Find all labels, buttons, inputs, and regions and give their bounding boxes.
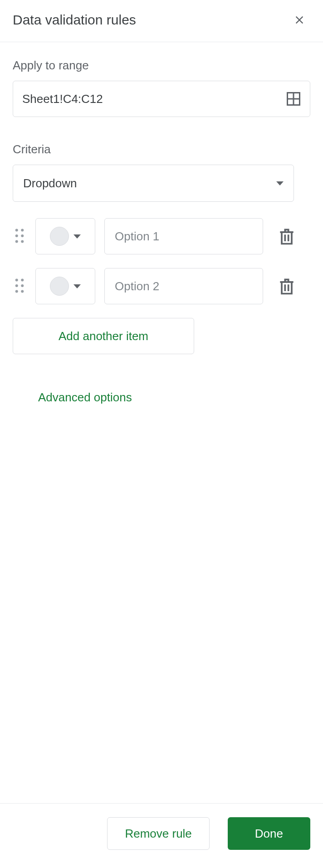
svg-point-11: [15, 284, 18, 287]
done-button[interactable]: Done: [228, 817, 310, 850]
dropdown-option-row: [13, 218, 310, 254]
panel-title: Data validation rules: [13, 12, 136, 28]
add-item-label: Add another item: [59, 329, 148, 343]
option-value-input[interactable]: [114, 279, 254, 294]
apply-range-input[interactable]: [21, 92, 285, 107]
option-value-field[interactable]: [104, 268, 263, 304]
close-icon: [293, 14, 306, 26]
done-label: Done: [255, 827, 283, 841]
svg-point-3: [15, 229, 18, 232]
panel-footer: Remove rule Done: [0, 803, 323, 868]
chevron-down-icon: [276, 181, 284, 185]
svg-point-8: [21, 240, 24, 243]
apply-range-label: Apply to range: [13, 59, 310, 73]
option-value-field[interactable]: [104, 218, 263, 254]
svg-point-12: [21, 284, 24, 287]
drag-handle-icon[interactable]: [13, 227, 26, 246]
panel-body: Apply to range Criteria Dropdown: [0, 42, 323, 803]
chevron-down-icon: [73, 284, 81, 288]
trash-icon: [277, 226, 297, 246]
chevron-down-icon: [73, 234, 81, 239]
svg-point-13: [15, 290, 18, 293]
criteria-selected-value: Dropdown: [23, 176, 77, 190]
criteria-dropdown[interactable]: Dropdown: [13, 165, 294, 202]
advanced-options-toggle[interactable]: Advanced options: [13, 390, 310, 405]
color-chip-icon: [50, 227, 69, 246]
option-color-picker[interactable]: [35, 268, 95, 304]
criteria-label: Criteria: [13, 142, 310, 156]
panel-header: Data validation rules: [0, 0, 323, 42]
color-chip-icon: [50, 277, 69, 296]
select-range-icon[interactable]: [285, 91, 302, 107]
svg-point-7: [15, 240, 18, 243]
advanced-options-label: Advanced options: [38, 390, 132, 404]
delete-option-button[interactable]: [277, 276, 297, 296]
drag-handle-icon[interactable]: [13, 277, 26, 296]
trash-icon: [277, 276, 297, 296]
svg-point-9: [15, 279, 18, 282]
remove-rule-button[interactable]: Remove rule: [107, 817, 209, 850]
apply-range-field[interactable]: [13, 81, 310, 117]
data-validation-panel: Data validation rules Apply to range Cri…: [0, 0, 323, 868]
svg-point-6: [21, 234, 24, 237]
add-another-item-button[interactable]: Add another item: [13, 318, 194, 354]
remove-rule-label: Remove rule: [125, 827, 191, 841]
option-color-picker[interactable]: [35, 218, 95, 254]
svg-point-14: [21, 290, 24, 293]
close-button[interactable]: [289, 9, 310, 31]
svg-point-4: [21, 229, 24, 232]
svg-point-10: [21, 279, 24, 282]
delete-option-button[interactable]: [277, 226, 297, 246]
svg-point-5: [15, 234, 18, 237]
dropdown-option-row: [13, 268, 310, 304]
option-value-input[interactable]: [114, 229, 254, 244]
